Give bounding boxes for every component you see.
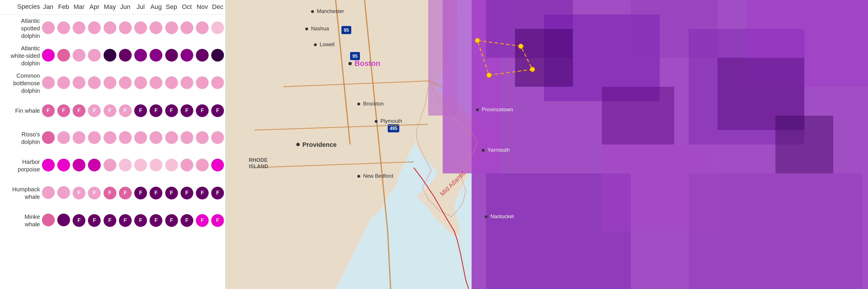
species-name-cell: Harborporpoise (0, 152, 40, 179)
month-cell (118, 69, 133, 97)
svg-point-41 (482, 149, 485, 152)
month-cell (40, 14, 56, 42)
month-cell (118, 14, 133, 42)
month-cell (210, 124, 225, 152)
month-cell: F (56, 97, 71, 124)
month-cell: F (71, 179, 87, 207)
jun-header: Jun (118, 0, 133, 14)
month-cell (56, 124, 71, 152)
species-name-cell: Minkewhale (0, 207, 40, 234)
month-cell (164, 69, 179, 97)
month-cell (56, 207, 71, 234)
month-cell (164, 124, 179, 152)
month-cell (56, 14, 71, 42)
month-cell (179, 42, 194, 69)
svg-point-33 (375, 120, 378, 123)
month-cell: F (87, 97, 102, 124)
month-cell (87, 14, 102, 42)
month-cell (148, 69, 164, 97)
svg-text:RHODE: RHODE (249, 157, 268, 163)
month-cell: F (102, 179, 118, 207)
month-cell (71, 42, 87, 69)
svg-rect-15 (775, 116, 833, 173)
svg-text:Plymouth: Plymouth (380, 118, 402, 124)
nov-header: Nov (195, 0, 210, 14)
month-cell (210, 152, 225, 179)
month-cell (56, 69, 71, 97)
month-cell (133, 14, 148, 42)
svg-point-29 (348, 62, 352, 65)
month-cell: F (210, 97, 225, 124)
month-cell: F (102, 207, 118, 234)
svg-point-39 (476, 108, 479, 111)
month-cell (71, 124, 87, 152)
month-cell (87, 69, 102, 97)
svg-text:95: 95 (344, 28, 349, 33)
month-cell (71, 152, 87, 179)
svg-text:95: 95 (352, 54, 358, 59)
month-cell (118, 152, 133, 179)
month-cell (133, 152, 148, 179)
sep-header: Sep (164, 0, 179, 14)
month-cell: F (164, 179, 179, 207)
month-cell (210, 42, 225, 69)
month-cell (102, 69, 118, 97)
month-cell (56, 179, 71, 207)
species-table-panel: Species Jan Feb Mar Apr May Jun Jul Aug … (0, 0, 226, 289)
month-cell (40, 179, 56, 207)
svg-point-31 (357, 103, 360, 106)
month-cell: F (179, 207, 194, 234)
may-header: May (102, 0, 118, 14)
month-cell (40, 124, 56, 152)
map-container[interactable]: 95 495 95 Mid Atlantic Manchester Nashua (226, 0, 868, 289)
month-cell: F (87, 207, 102, 234)
month-cell (87, 152, 102, 179)
svg-point-51 (487, 73, 491, 77)
month-cell: F (133, 179, 148, 207)
table-header-row: Species Jan Feb Mar Apr May Jun Jul Aug … (0, 0, 225, 14)
svg-text:Yarmouth: Yarmouth (488, 147, 510, 153)
species-name-cell: Atlanticspotteddolphin (0, 14, 40, 42)
month-cell (195, 152, 210, 179)
month-cell: F (118, 207, 133, 234)
species-name-cell: Humpbackwhale (0, 179, 40, 207)
aug-header: Aug (148, 0, 164, 14)
month-cell (87, 42, 102, 69)
month-cell (118, 124, 133, 152)
table-row: Commonbottlenosedolphin (0, 69, 225, 97)
month-cell (102, 14, 118, 42)
month-cell (148, 152, 164, 179)
month-cell (148, 42, 164, 69)
month-cell: F (148, 179, 164, 207)
month-cell (40, 69, 56, 97)
jan-header: Jan (40, 0, 56, 14)
mar-header: Mar (71, 0, 87, 14)
map-svg: 95 495 95 Mid Atlantic Manchester Nashua (226, 0, 868, 289)
species-column-header: Species (0, 0, 40, 14)
month-cell: F (148, 207, 164, 234)
month-cell (179, 69, 194, 97)
month-cell (71, 14, 87, 42)
month-cell (40, 207, 56, 234)
svg-point-25 (305, 28, 308, 30)
svg-rect-12 (515, 29, 573, 87)
svg-text:Nantucket: Nantucket (490, 214, 514, 219)
month-cell (179, 14, 194, 42)
svg-point-35 (296, 143, 300, 146)
apr-header: Apr (87, 0, 102, 14)
month-cell: F (179, 179, 194, 207)
svg-text:Boston: Boston (354, 59, 380, 68)
month-cell: F (118, 179, 133, 207)
table-row: Fin whaleFFFFFFFFFFFF (0, 97, 225, 124)
month-cell (56, 152, 71, 179)
month-cell: F (40, 97, 56, 124)
svg-text:Nashua: Nashua (311, 26, 329, 32)
species-name-cell: Commonbottlenosedolphin (0, 69, 40, 97)
table-row: Risso'sdolphin (0, 124, 225, 152)
month-cell: F (195, 179, 210, 207)
species-table: Species Jan Feb Mar Apr May Jun Jul Aug … (0, 0, 225, 234)
svg-text:Provincetown: Provincetown (482, 107, 513, 112)
table-row: Atlanticwhite-sideddolphin (0, 42, 225, 69)
svg-point-23 (311, 10, 314, 13)
month-cell: F (195, 207, 210, 234)
